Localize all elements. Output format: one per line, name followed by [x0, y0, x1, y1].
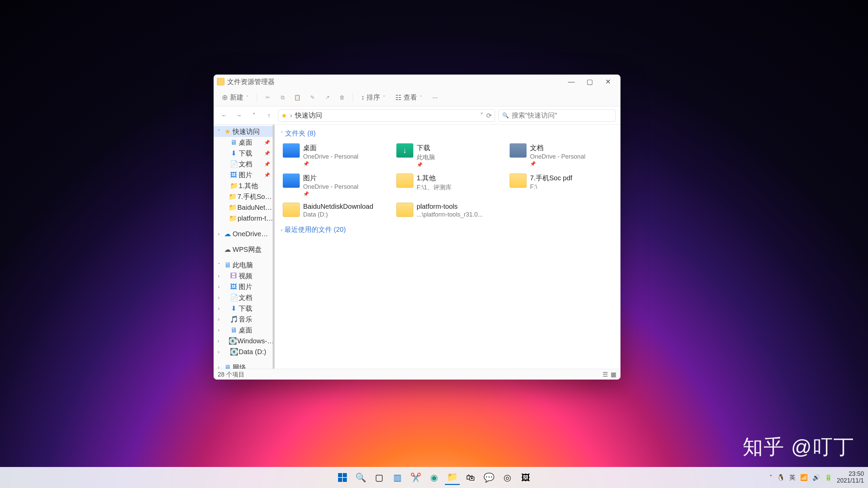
sort-label: 排序	[367, 93, 380, 102]
ime-indicator[interactable]: 英	[789, 473, 795, 482]
folder-item[interactable]: platform-tools...\platform-tools_r31.0..…	[394, 201, 501, 220]
close-button[interactable]: ✕	[599, 75, 617, 89]
item-label: 此电脑	[233, 261, 253, 270]
sidebar-item[interactable]: 🖼图片📌	[214, 169, 275, 180]
tiles-view-button[interactable]: ▦	[611, 371, 616, 378]
clock[interactable]: 23:50 2021/11/1	[837, 471, 864, 484]
sidebar-item[interactable]: ›🎵音乐	[214, 314, 275, 325]
twisty-icon: ›	[216, 327, 221, 333]
recent-group-header[interactable]: › 最近使用的文件 (20)	[281, 224, 614, 236]
forward-button[interactable]: →	[233, 110, 245, 121]
start-button[interactable]	[335, 470, 350, 485]
chevron-down-icon: ˅	[383, 95, 385, 100]
system-tray[interactable]: ˄ 🐧 英 📶 🔊 🔋 23:50 2021/11/1	[769, 471, 864, 484]
pin-icon: 📌	[303, 161, 358, 166]
volume-icon[interactable]: 🔊	[812, 474, 820, 481]
address-dropdown[interactable]: ˅	[480, 111, 484, 120]
sidebar-item[interactable]: ›☁OneDrive - Pers	[214, 228, 275, 239]
item-label: 音乐	[239, 315, 252, 324]
clock-date: 2021/11/1	[837, 477, 864, 484]
sidebar-item[interactable]: 🖥桌面📌	[214, 137, 275, 148]
tray-app-icon[interactable]: 🐧	[777, 474, 785, 481]
folder-location: ...\platform-tools_r31.0...	[417, 211, 483, 218]
item-icon: 📁	[229, 192, 236, 201]
explorer-button[interactable]: 📁	[445, 470, 460, 485]
details-view-button[interactable]: ☰	[603, 371, 608, 378]
twisty-icon: ›	[216, 338, 220, 344]
back-button[interactable]: ←	[218, 110, 230, 121]
sidebar-item[interactable]: 📁1.其他	[214, 180, 275, 191]
navigation-pane[interactable]: ˅★快速访问🖥桌面📌⬇下载📌📄文档📌🖼图片📌📁1.其他📁7.手机Soc pdf📁…	[214, 125, 275, 369]
folder-location: 此电脑	[417, 153, 435, 161]
sidebar-item[interactable]: 📄文档📌	[214, 159, 275, 169]
sidebar-item[interactable]: ›🖥网络	[214, 362, 275, 369]
search-input[interactable]	[512, 111, 612, 119]
sidebar-item[interactable]: ›💽Data (D:)	[214, 346, 275, 357]
task-view-button[interactable]: ▢	[372, 470, 387, 485]
item-label: 视频	[239, 271, 252, 281]
twisty-icon: ›	[216, 365, 221, 369]
refresh-button[interactable]: ⟳	[486, 111, 492, 120]
copy-button[interactable]: ⧉	[277, 92, 288, 103]
new-button[interactable]: ⊕ 新建 ˅	[218, 91, 252, 104]
sidebar-item[interactable]: 📁platform-tools	[214, 213, 275, 224]
folder-item[interactable]: 7.手机Soc pdfF:\	[508, 171, 614, 199]
folder-name: BaiduNetdiskDownload	[303, 203, 373, 210]
folders-group-header[interactable]: ˅ 文件夹 (8)	[281, 127, 614, 139]
item-icon: ⬇	[230, 149, 237, 157]
sort-button[interactable]: ↕ 排序 ˅	[358, 91, 389, 104]
sidebar-item[interactable]: ›🎞视频	[214, 270, 275, 281]
cut-button[interactable]: ✂	[262, 92, 273, 103]
delete-button[interactable]: 🗑	[336, 92, 348, 103]
breadcrumb[interactable]: 快速访问	[295, 111, 322, 120]
up-button[interactable]: ↑	[263, 110, 275, 121]
folder-item[interactable]: 下载此电脑📌	[394, 141, 501, 169]
minimize-button[interactable]: —	[562, 75, 580, 89]
store-button[interactable]: 🛍	[463, 470, 478, 485]
search-box[interactable]: 🔍	[498, 109, 616, 122]
chat-button[interactable]: 💬	[481, 470, 496, 485]
search-button[interactable]: 🔍	[353, 470, 368, 485]
twisty-icon: ˅	[216, 129, 221, 134]
paste-button[interactable]: 📋	[292, 92, 303, 103]
item-label: 图片	[239, 282, 252, 291]
sidebar-item[interactable]: ›📄文档	[214, 292, 275, 303]
sidebar-item[interactable]: 📁BaiduNetdiskD	[214, 202, 275, 213]
wifi-icon[interactable]: 📶	[800, 474, 808, 481]
sidebar-item[interactable]: ˅🖥此电脑	[214, 260, 275, 270]
sidebar-item[interactable]: ›💽Windows-SSD (	[214, 336, 275, 346]
folder-item[interactable]: BaiduNetdiskDownloadData (D:)	[281, 201, 388, 220]
widgets-button[interactable]: ▥	[390, 470, 405, 485]
sidebar-item[interactable]: ›⬇下载	[214, 303, 275, 314]
sidebar-item[interactable]: ›🖼图片	[214, 281, 275, 292]
edge-button[interactable]: ◉	[427, 470, 441, 485]
photos-button[interactable]: 🖼	[518, 470, 533, 485]
folder-icon	[396, 203, 413, 217]
item-icon: 📄	[230, 160, 237, 168]
address-bar[interactable]: ★ › 快速访问 ˅ ⟳	[278, 109, 495, 122]
titlebar[interactable]: 文件资源管理器 — ▢ ✕	[214, 75, 620, 89]
item-icon: 📁	[230, 182, 237, 190]
sidebar-item[interactable]: ⬇下载📌	[214, 148, 275, 159]
folder-item[interactable]: 1.其他F:\1、评测库	[394, 171, 501, 199]
sidebar-item[interactable]: ˅★快速访问	[214, 126, 275, 137]
battery-icon[interactable]: 🔋	[825, 474, 832, 481]
more-button[interactable]: ···	[429, 92, 441, 103]
maximize-button[interactable]: ▢	[580, 75, 599, 89]
sidebar-item[interactable]: ☁WPS网盘	[214, 244, 275, 255]
view-button[interactable]: ☷ 查看 ˅	[392, 91, 426, 104]
snip-button[interactable]: ✂️	[408, 470, 423, 485]
item-label: BaiduNetdiskD	[237, 204, 275, 211]
folder-name: 7.手机Soc pdf	[530, 174, 572, 183]
folder-item[interactable]: 桌面OneDrive - Personal📌	[281, 141, 388, 169]
folder-item[interactable]: 文档OneDrive - Personal📌	[508, 141, 614, 169]
content-pane[interactable]: ˅ 文件夹 (8) 桌面OneDrive - Personal📌下载此电脑📌文档…	[275, 125, 620, 369]
rename-button[interactable]: ✎	[307, 92, 318, 103]
sidebar-item[interactable]: 📁7.手机Soc pdf	[214, 191, 275, 202]
folder-item[interactable]: 图片OneDrive - Personal📌	[281, 171, 388, 199]
steam-button[interactable]: ◎	[500, 470, 515, 485]
share-button[interactable]: ↗	[321, 92, 333, 103]
sidebar-item[interactable]: ›🖥桌面	[214, 325, 275, 336]
tray-chevron[interactable]: ˄	[769, 474, 772, 481]
recent-locations-button[interactable]: ˅	[248, 110, 260, 121]
